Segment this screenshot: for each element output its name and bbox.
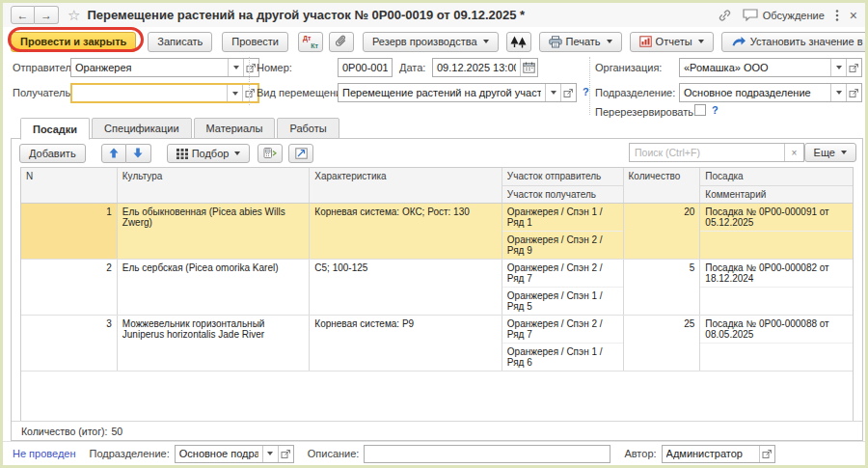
cell-comment[interactable] [700, 344, 853, 371]
cell-planting[interactable]: Посадка № 0Р00-000091 от 05.12.2025 [700, 204, 853, 259]
open-button[interactable] [242, 85, 258, 101]
department-input[interactable] [680, 84, 830, 101]
post-button[interactable]: Провести [222, 32, 288, 52]
cell-qty[interactable]: 20 [624, 204, 701, 259]
pick-button[interactable]: Подбор [167, 144, 251, 163]
cell-plot-from[interactable]: Оранжерея / Спэн 2 / Ряд 7 [502, 260, 623, 288]
back-button[interactable]: ← [11, 6, 35, 24]
cell-planting[interactable]: Посадка № 0Р00-000082 от 18.12.2024 [700, 260, 853, 315]
production-reserve-button[interactable]: Резерв производства [363, 32, 499, 52]
cell-plot-from[interactable]: Оранжерея / Спэн 1 / Ряд 1 [502, 204, 623, 232]
print-button[interactable]: Печать [539, 32, 622, 52]
cell-n[interactable]: 1 [21, 204, 118, 259]
table-header: N Культура Характеристика Участок отправ… [21, 168, 853, 204]
favorite-star-icon[interactable]: ☆ [68, 8, 80, 22]
search-input[interactable] [630, 144, 784, 161]
clear-search-button[interactable]: × [784, 144, 803, 161]
rereserve-help-icon[interactable]: ? [712, 104, 719, 116]
calendar-button[interactable] [520, 59, 537, 76]
cell-plot-from[interactable]: Оранжерея / Спэн 2 / Ряд 7 [502, 316, 623, 344]
cell-characteristic[interactable]: Корневая система: ОКС; Рост: 130 [310, 204, 502, 259]
more-menu-icon[interactable] [835, 9, 839, 22]
cell-plot-to[interactable]: Оранжерея / Спэн 1 / Ряд 6 [502, 344, 623, 371]
cell-plot-to[interactable]: Оранжерея / Спэн 1 / Ряд 5 [502, 288, 623, 315]
document-window: ← → ☆ Перемещение растений на другой уча… [0, 0, 868, 468]
cell-culture[interactable]: Ель сербская (Picea omorika Karel) [118, 260, 311, 315]
discussion-button[interactable]: Обсуждение [743, 9, 825, 21]
cell-comment[interactable] [700, 288, 853, 315]
cell-plots[interactable]: Оранжерея / Спэн 2 / Ряд 7 Оранжерея / С… [502, 316, 624, 371]
open-in-window-button[interactable] [288, 144, 313, 163]
date-label: Дата: [399, 62, 425, 73]
organization-input[interactable] [680, 59, 830, 76]
open-button[interactable] [846, 59, 861, 76]
write-button[interactable]: Записать [148, 32, 212, 52]
table-row[interactable]: 1 Ель обыкновенная (Picea abies Wills Zw… [21, 204, 853, 260]
move-down-button[interactable] [126, 144, 151, 163]
cell-plot-to[interactable]: Оранжерея / Спэн 2 / Ряд 9 [502, 232, 623, 259]
set-column-value-button[interactable]: Установить значение в колонке [721, 32, 868, 52]
movement-type-help-icon[interactable]: ? [583, 86, 589, 97]
department-field [679, 83, 862, 102]
dropdown-button[interactable] [262, 446, 278, 462]
author-input[interactable] [663, 446, 759, 462]
cell-qty[interactable]: 25 [624, 316, 701, 371]
tab-materials[interactable]: Материалы [194, 118, 276, 139]
description-input[interactable] [365, 446, 610, 462]
close-icon[interactable]: × [850, 9, 857, 22]
attachments-button[interactable] [329, 32, 354, 52]
arrow-down-icon [133, 148, 143, 158]
table-row[interactable]: 2 Ель сербская (Picea omorika Karel) C5;… [21, 260, 853, 316]
reports-button[interactable]: Отчеты [630, 32, 714, 52]
cell-qty[interactable]: 5 [624, 260, 701, 315]
dropdown-button[interactable] [545, 84, 560, 101]
tab-works[interactable]: Работы [277, 118, 339, 139]
cell-characteristic[interactable]: C5; 100-125 [310, 260, 502, 315]
tab-specifications[interactable]: Спецификации [92, 118, 191, 139]
dt-kt-button[interactable]: ДтКт [298, 32, 323, 52]
cell-culture[interactable]: Можжевельник горизонтальный Juniperus ho… [118, 316, 311, 371]
dropdown-button[interactable] [830, 84, 846, 101]
cell-planting-doc[interactable]: Посадка № 0Р00-000091 от 05.12.2025 [700, 204, 853, 232]
plants-button[interactable] [506, 32, 531, 52]
open-button[interactable] [759, 446, 774, 462]
data-terminal-button[interactable] [258, 144, 283, 163]
tab-plantings[interactable]: Посадки [20, 118, 90, 140]
receiver-label: Получатель: [13, 87, 73, 98]
forward-button[interactable]: → [35, 6, 59, 24]
cell-characteristic[interactable]: Корневая система: Р9 [310, 316, 502, 371]
cell-planting-doc[interactable]: Посадка № 0Р00-000082 от 18.12.2024 [700, 260, 853, 288]
cell-planting-doc[interactable]: Посадка № 0Р00-000088 от 08.05.2025 [700, 316, 853, 344]
status-department-input[interactable] [176, 446, 262, 462]
cell-plots[interactable]: Оранжерея / Спэн 1 / Ряд 1 Оранжерея / С… [502, 204, 624, 259]
post-and-close-button[interactable]: Провести и закрыть [11, 32, 136, 52]
cell-n[interactable]: 3 [21, 316, 118, 371]
cell-plots[interactable]: Оранжерея / Спэн 2 / Ряд 7 Оранжерея / С… [502, 260, 624, 315]
add-row-button[interactable]: Добавить [19, 144, 86, 163]
dropdown-button[interactable] [228, 59, 243, 76]
rereserve-checkbox[interactable] [694, 104, 706, 116]
sender-input[interactable] [71, 59, 228, 76]
title-bar: ← → ☆ Перемещение растений на другой уча… [3, 3, 865, 27]
header-characteristic: Характеристика [310, 168, 502, 203]
receiver-input[interactable] [72, 85, 227, 101]
number-input[interactable] [338, 58, 393, 77]
open-icon [849, 88, 859, 98]
date-input[interactable] [433, 59, 520, 76]
header-comment: Комментарий [700, 186, 853, 204]
cell-planting[interactable]: Посадка № 0Р00-000088 от 08.05.2025 [700, 316, 853, 371]
open-button[interactable] [278, 446, 293, 462]
open-button[interactable] [560, 84, 576, 101]
grid-more-button[interactable]: Еще [804, 143, 856, 162]
dropdown-button[interactable] [227, 85, 242, 101]
posted-status-link[interactable]: Не проведен [13, 448, 76, 459]
dropdown-button[interactable] [830, 59, 846, 76]
link-icon[interactable] [718, 9, 732, 22]
move-up-button[interactable] [101, 144, 126, 163]
cell-n[interactable]: 2 [21, 260, 118, 315]
open-button[interactable] [846, 84, 861, 101]
cell-culture[interactable]: Ель обыкновенная (Picea abies Wills Zwer… [118, 204, 311, 259]
table-row[interactable]: 3 Можжевельник горизонтальный Juniperus … [21, 316, 853, 372]
cell-comment[interactable] [700, 232, 853, 259]
movement-type-input[interactable] [339, 84, 545, 101]
